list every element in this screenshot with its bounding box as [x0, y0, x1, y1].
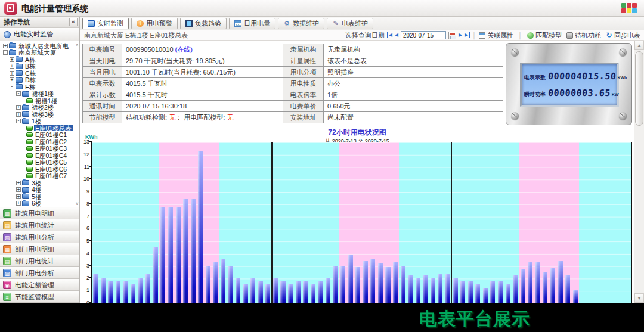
trend-icon [185, 20, 193, 27]
footer-caption: 电表平台展示 [419, 307, 530, 331]
info-value: 0009905010010 (在线) [122, 44, 283, 55]
prev-date-button[interactable]: ◀ [395, 32, 398, 38]
screw-icon [619, 48, 627, 56]
tab-data-maintenance[interactable]: ⚙数据维护 [278, 18, 324, 29]
tree-expand-toggle[interactable]: + [16, 187, 21, 192]
tree-node[interactable]: +裙楼3楼 [0, 111, 79, 118]
tree-node[interactable]: 裙楼1楼 [0, 97, 79, 104]
tree-node[interactable]: -南京新城大厦 [0, 49, 79, 57]
tree-node[interactable]: +5楼 [0, 193, 79, 200]
tree-expand-toggle[interactable]: - [16, 119, 21, 123]
chart-bar [340, 266, 345, 303]
tree-node[interactable]: -E栋 [0, 83, 79, 91]
tree-node[interactable]: -1楼 [0, 118, 79, 125]
scroll-down-icon[interactable]: ▼ [634, 293, 644, 303]
tree-expand-toggle[interactable]: - [3, 50, 8, 55]
info-value: 0.650元 [324, 101, 503, 112]
sidebar-item-building-usage-analysis[interactable]: ▧建筑用电分析 [0, 231, 79, 243]
tree-node-label: E栋 [24, 84, 37, 91]
query-date-input[interactable] [401, 31, 446, 39]
tree-node[interactable]: E座01楼C2 [0, 138, 79, 145]
tab-label: 用电预警 [146, 19, 172, 28]
tree-node[interactable]: E座01楼C4 [0, 152, 79, 159]
chart-bar [475, 284, 480, 303]
tab-load-trend[interactable]: 负载趋势 [180, 18, 227, 29]
related-attrs-button[interactable]: 关联属性 [479, 31, 513, 40]
tree-node[interactable]: +C栋 [0, 70, 79, 77]
sidebar-item-energy-quota-mgmt[interactable]: ◉电能定额管理 [0, 279, 79, 291]
sync-meter-button[interactable]: ↻同步电表 [606, 31, 640, 40]
tab-daily-usage[interactable]: 日用电量 [229, 18, 275, 29]
tree-node[interactable]: E座01楼C7 [0, 173, 79, 180]
tree-expand-toggle[interactable]: - [16, 91, 21, 96]
tree-expand-toggle[interactable]: + [16, 201, 21, 206]
tree-node[interactable]: E座01楼C5 [0, 159, 79, 166]
tree-node[interactable]: +新城人居变电所电 [0, 42, 79, 49]
tab-power-alert[interactable]: !用电预警 [131, 18, 178, 29]
standby-power-button[interactable]: 待机功耗 [566, 31, 601, 40]
tree-node[interactable]: -裙楼1楼 [0, 91, 79, 98]
tree-node[interactable]: +6楼 [0, 200, 79, 207]
info-label: 计量属性 [283, 55, 324, 67]
tree-node[interactable]: E座01楼C6 [0, 166, 79, 173]
table-row: 节能模型待机功耗检测: 无； 用电匹配模型: 无安装地址尚未配置 [83, 112, 503, 123]
sidebar-item-building-usage-detail[interactable]: ▦建筑用电明细 [0, 207, 79, 219]
tree-expand-toggle[interactable]: + [10, 64, 14, 69]
first-date-button[interactable]: ◀ [387, 32, 392, 38]
tree-expand-toggle[interactable]: + [3, 44, 8, 48]
folder-icon [16, 64, 23, 69]
tree-node[interactable]: +4楼 [0, 187, 79, 194]
tree-node[interactable]: E座01楼总表 [0, 125, 79, 132]
tree-expand-toggle[interactable]: + [16, 105, 21, 110]
last-date-button[interactable]: ▶ [465, 32, 470, 38]
tree-scroll-down-icon[interactable]: ∨ [75, 201, 79, 206]
tree-expand-toggle[interactable]: + [16, 194, 21, 199]
tree-node[interactable]: +B栋 [0, 63, 79, 70]
sidebar-item-dept-usage-detail[interactable]: ▦部门用电明细 [0, 243, 79, 255]
chart-bar [101, 278, 106, 303]
next-date-button[interactable]: ▶ [459, 32, 462, 38]
meter-display-panel: 电表示数 000004015.50 KWh 瞬时功率 00000003.65 K… [506, 43, 632, 125]
tree-expand-toggle[interactable]: + [10, 71, 14, 76]
y-tick-mark [89, 203, 92, 204]
sidebar-collapse-button[interactable]: « [69, 18, 78, 26]
folder-icon [22, 91, 29, 97]
sidebar-accordion: ▦建筑用电明细▤建筑用电统计▧建筑用电分析▦部门用电明细▤部门用电统计▨部门用电… [0, 207, 79, 303]
online-status-link[interactable]: (在线) [175, 46, 193, 53]
tree-node[interactable]: +D栋 [0, 77, 79, 84]
scrollbar-thumb[interactable] [635, 51, 643, 126]
sidebar-item-dept-usage-stats[interactable]: ▤部门用电统计 [0, 255, 79, 267]
chart-bar [206, 266, 210, 303]
tab-realtime-monitor[interactable]: 实时监测 [82, 18, 129, 29]
chart-bar [273, 278, 278, 303]
tree-node[interactable]: +裙楼2楼 [0, 104, 79, 111]
sidebar-item-dept-usage-analysis[interactable]: ▨部门用电分析 [0, 267, 79, 279]
tree-expand-toggle[interactable]: + [16, 112, 21, 117]
y-tick-mark [89, 178, 92, 179]
breadcrumb-bar: 南京新城大厦 E栋.1楼 E座01楼总表 选择查询日期 ◀ ◀ ▶ ▶ │ 关联… [80, 30, 644, 41]
info-label: 隶属机构 [283, 44, 324, 55]
tree-node[interactable]: +3楼 [0, 179, 79, 187]
chart-bar [453, 278, 458, 303]
calendar-picker-button[interactable] [448, 32, 456, 39]
y-tick-mark [89, 191, 92, 191]
sidebar-item-building-usage-stats[interactable]: ▤建筑用电统计 [0, 219, 79, 231]
sidebar-item-energy-saving-model[interactable]: ≡节能监管模型 [0, 291, 79, 303]
sidebar-item-label: 建筑用电分析 [15, 233, 54, 242]
vertical-scrollbar[interactable]: ▲ ▼ [634, 41, 644, 303]
tab-meter-maintenance[interactable]: ✎电表维护 [327, 18, 373, 29]
tree-expand-toggle[interactable]: + [10, 77, 14, 82]
tree-expand-toggle[interactable]: + [16, 181, 21, 185]
tree-expand-toggle[interactable]: + [10, 57, 14, 62]
tree-scroll-up-icon[interactable]: ∧ [75, 42, 79, 48]
building-usage-stats-icon: ▤ [3, 221, 11, 229]
tree-node[interactable]: +A栋 [0, 56, 79, 63]
tree-node[interactable]: E座01楼C1 [0, 132, 79, 139]
chart-bar [535, 262, 540, 303]
chart-bar [423, 275, 428, 303]
sidebar-section-realtime-monitor[interactable]: 电能实时监管 [0, 28, 79, 41]
scroll-up-icon[interactable]: ▲ [634, 41, 644, 50]
match-model-button[interactable]: 匹配模型 [527, 31, 562, 40]
tree-expand-toggle[interactable]: - [10, 85, 14, 89]
tree-node[interactable]: E座01楼C3 [0, 145, 79, 153]
